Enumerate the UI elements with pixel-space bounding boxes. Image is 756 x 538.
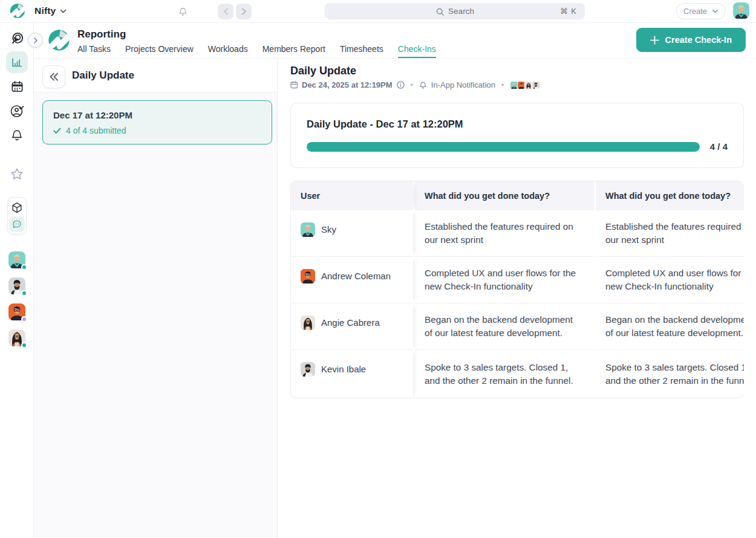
report-title: Daily Update [290, 65, 756, 77]
progress-count: 4 / 4 [710, 141, 728, 152]
left-rail [0, 23, 34, 538]
rail-my-work-icon[interactable] [0, 103, 34, 120]
report-member-avatars[interactable] [510, 81, 540, 89]
bar-chart-icon [8, 54, 25, 71]
bell-icon [419, 81, 427, 89]
tab-all-tasks[interactable]: All Tasks [77, 41, 111, 58]
page-title: Reporting [77, 28, 436, 41]
workspace-switcher[interactable]: Nifty [10, 3, 67, 19]
answer-text: Established the features required on our… [605, 220, 744, 247]
tab-members-report[interactable]: Members Report [262, 41, 325, 58]
nav-forward-button[interactable] [236, 4, 252, 19]
rail-notifications-icon[interactable] [0, 128, 34, 143]
table-cell-answer: Established the features required on our… [415, 210, 594, 257]
collapse-panel-button[interactable] [42, 65, 65, 88]
chevron-down-icon [60, 9, 67, 13]
check-icon [53, 128, 61, 134]
table-cell-answer: Began on the backend development of our … [596, 303, 744, 350]
search-icon [435, 7, 444, 16]
plus-icon [650, 36, 659, 45]
avatar-kevin [301, 362, 315, 377]
info-icon[interactable] [397, 81, 405, 89]
avatar-andrew [301, 269, 315, 284]
table-cell-answer: Spoke to 3 sales targets. Closed 1, and … [415, 350, 594, 398]
create-check-in-button[interactable]: Create Check-In [636, 28, 746, 52]
answer-text: Completed UX and user flows for the new … [605, 267, 744, 293]
nifty-logo-icon [10, 3, 25, 19]
nav-back-button[interactable] [218, 4, 233, 19]
create-button[interactable]: Create [676, 3, 726, 19]
answers-table: User What did you get done today? What d… [290, 181, 744, 398]
rail-apps-group [7, 197, 27, 235]
table-cell-answer: Completed UX and user flows for the new … [596, 257, 744, 303]
column-header-question-2: What did you get done today? [596, 181, 744, 210]
avatar-angie [301, 316, 315, 330]
rail-calendar-icon[interactable] [0, 79, 34, 95]
member-avatar-sky[interactable] [8, 251, 25, 268]
check-in-submitted-count: 4 of 4 submitted [66, 126, 126, 135]
chevron-right-icon [33, 37, 39, 44]
report-meta: Dec 24, 2025 at 12:19PM • In-App Notific… [290, 80, 756, 89]
member-avatar-andrew[interactable] [8, 303, 25, 320]
rail-reporting-active[interactable] [6, 51, 28, 73]
progress-fill [307, 142, 700, 152]
summary-card: Daily Update - Dec 17 at 12:20PM 4 / 4 [290, 103, 744, 168]
avatar-sky [301, 222, 315, 237]
create-button-label: Create [683, 7, 707, 16]
table-row-user[interactable]: Kevin Ibale [291, 350, 413, 398]
rail-favorites-icon[interactable] [0, 166, 34, 182]
column-header-question-1: What did you get done today? [415, 181, 594, 210]
chevron-down-icon [712, 9, 719, 13]
tab-check-ins[interactable]: Check-Ins [398, 41, 436, 58]
report-datetime: Dec 24, 2025 at 12:19PM [302, 80, 393, 89]
answer-text: Began on the backend development of our … [425, 313, 579, 340]
create-check-in-label: Create Check-In [665, 35, 732, 45]
topbar: Nifty Search ⌘ K Create [0, 0, 756, 23]
notification-type: In-App Notification [431, 80, 495, 89]
notifications-bell-icon[interactable] [177, 5, 189, 18]
table-row-user[interactable]: Angie Cabrera [291, 303, 413, 350]
tab-workloads[interactable]: Workloads [208, 41, 248, 58]
user-name: Kevin Ibale [321, 362, 366, 377]
answer-text: Established the features required on our… [425, 220, 579, 247]
panel-header: Daily Update [34, 59, 277, 92]
answer-text: Completed UX and user flows for the new … [425, 267, 579, 293]
column-header-user: User [291, 181, 413, 210]
member-avatar-kevin[interactable] [8, 277, 25, 294]
tab-timesheets[interactable]: Timesheets [340, 41, 383, 58]
search-shortcut: ⌘ K [560, 7, 577, 16]
meta-separator: • [411, 81, 413, 89]
search-input[interactable]: Search ⌘ K [325, 3, 585, 19]
search-placeholder: Search [448, 7, 474, 16]
project-logo[interactable] [48, 29, 70, 51]
check-in-list-panel: Daily Update Dec 17 at 12:20PM 4 of 4 su… [34, 59, 278, 538]
table-row-user[interactable]: Andrew Coleman [291, 257, 413, 303]
meta-separator: • [501, 81, 504, 89]
check-in-list-item[interactable]: Dec 17 at 12:20PM 4 of 4 submitted [42, 100, 272, 144]
answer-text: Spoke to 3 sales targets. Closed 1, and … [425, 361, 579, 387]
expand-sidebar-button[interactable] [28, 33, 43, 48]
workspace-name: Nifty [34, 5, 56, 16]
answer-text: Began on the backend development of our … [605, 313, 744, 340]
summary-title: Daily Update - Dec 17 at 12:20PM [307, 118, 728, 130]
calendar-icon [290, 81, 298, 89]
table-cell-answer: Spoke to 3 sales targets. Closed 1, and … [596, 350, 744, 398]
discussions-chat-icon[interactable] [9, 216, 25, 232]
member-avatar-angie[interactable] [8, 329, 25, 346]
user-name: Angie Cabrera [321, 316, 380, 330]
table-cell-answer: Established the features required on our… [596, 210, 744, 257]
check-in-date: Dec 17 at 12:20PM [53, 110, 261, 120]
integrations-cube-icon[interactable] [10, 201, 24, 215]
main-content: Daily Update Dec 24, 2025 at 12:19PM • I… [278, 59, 756, 538]
user-avatar[interactable] [733, 2, 749, 19]
double-chevron-left-icon [49, 73, 59, 81]
table-cell-answer: Began on the backend development of our … [415, 303, 594, 350]
table-row-user[interactable]: Sky [291, 210, 413, 257]
panel-title: Daily Update [72, 70, 134, 82]
user-name: Andrew Coleman [321, 269, 391, 284]
page-header: Reporting All Tasks Projects Overview Wo… [34, 23, 756, 59]
table-cell-answer: Completed UX and user flows for the new … [415, 257, 594, 303]
tab-projects-overview[interactable]: Projects Overview [125, 41, 194, 58]
answer-text: Spoke to 3 sales targets. Closed 1, and … [605, 361, 744, 387]
report-tabs: All Tasks Projects Overview Workloads Me… [77, 41, 436, 58]
